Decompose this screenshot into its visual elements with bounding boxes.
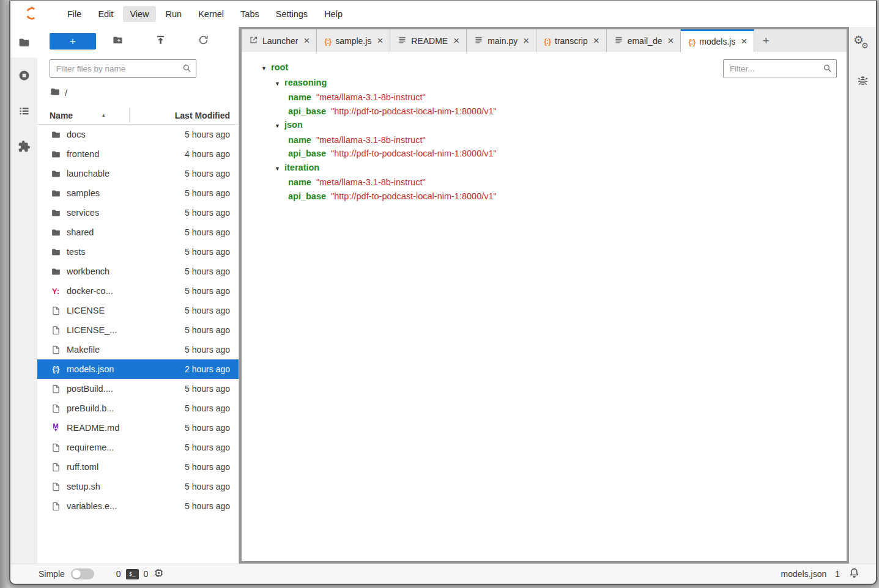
- tab-label: transcrip: [555, 36, 588, 46]
- file-row-shared[interactable]: shared5 hours ago: [37, 222, 239, 242]
- markdown-icon: M▼: [50, 424, 62, 432]
- json-tree-row: api_base"http://pdf-to-podcast-local-nim…: [261, 105, 847, 119]
- json-key: name: [288, 133, 311, 147]
- new-folder-icon: [112, 34, 124, 48]
- tab-label: models.js: [699, 37, 735, 46]
- tab-readme[interactable]: README×: [390, 29, 467, 52]
- simple-mode-toggle[interactable]: [71, 568, 94, 579]
- sidebar-tab-gears-icon[interactable]: ⚙⚙: [849, 27, 876, 62]
- file-icon: [50, 403, 62, 414]
- menu-item-run[interactable]: Run: [159, 6, 189, 22]
- tab-launcher[interactable]: Launcher×: [242, 29, 317, 52]
- new-launcher-button[interactable]: +: [50, 33, 96, 50]
- main-area: + / Name ▲ Last Modified docs5 hours ago…: [10, 27, 876, 564]
- file-icon: [50, 443, 62, 453]
- file-row-docs[interactable]: docs5 hours ago: [37, 125, 239, 144]
- tab-email-de[interactable]: email_de×: [607, 29, 681, 52]
- file-icon: [50, 345, 62, 355]
- chevron-down-icon[interactable]: ▼: [261, 62, 271, 76]
- json-filter-input[interactable]: [723, 59, 837, 78]
- sidebar-tab-folder-icon[interactable]: [10, 27, 37, 57]
- json-value: "http://pdf-to-podcast-local-nim-1:8000/…: [331, 105, 497, 119]
- file-row-ruff.toml[interactable]: ruff.toml5 hours ago: [37, 457, 239, 477]
- close-icon[interactable]: ×: [452, 37, 461, 45]
- file-row-preBuild.b...[interactable]: preBuild.b...5 hours ago: [37, 399, 239, 418]
- json-tree-row[interactable]: ▼json: [261, 118, 847, 133]
- sidebar-tab-toc-icon[interactable]: [10, 93, 37, 128]
- menu-item-tabs[interactable]: Tabs: [234, 6, 266, 22]
- sessions-status[interactable]: 0 $_ 0: [116, 567, 165, 581]
- file-filter-input[interactable]: [50, 59, 196, 78]
- close-icon[interactable]: ×: [666, 37, 675, 45]
- breadcrumb-root[interactable]: /: [65, 87, 67, 98]
- new-folder-button[interactable]: [96, 34, 139, 48]
- chevron-down-icon[interactable]: ▼: [275, 162, 284, 176]
- sidebar-tab-extension-icon[interactable]: [10, 128, 37, 164]
- file-name: shared: [67, 227, 94, 237]
- breadcrumb[interactable]: /: [37, 80, 239, 104]
- terminals-count: 0: [116, 569, 121, 579]
- upload-button[interactable]: [139, 34, 182, 48]
- bell-icon[interactable]: [848, 567, 860, 581]
- file-row-docker-co...[interactable]: Y:docker-co...5 hours ago: [37, 281, 239, 301]
- file-browser-toolbar: +: [37, 27, 239, 53]
- file-row-LICENSE_...[interactable]: LICENSE_...5 hours ago: [37, 320, 239, 340]
- menu-item-file[interactable]: File: [61, 6, 88, 22]
- close-icon[interactable]: ×: [592, 37, 601, 45]
- tab-models-js[interactable]: {:}models.js×: [681, 29, 754, 52]
- file-row-samples[interactable]: samples5 hours ago: [37, 183, 239, 203]
- file-row-postBuild....[interactable]: postBuild....5 hours ago: [37, 379, 239, 399]
- file-modified: 5 hours ago: [185, 130, 239, 139]
- json-key: iteration: [284, 161, 319, 175]
- folder-icon: [50, 227, 62, 238]
- status-bar: Simple 0 $_ 0 models.json 1: [10, 564, 876, 584]
- launcher-icon: [249, 35, 258, 46]
- chevron-down-icon[interactable]: ▼: [275, 77, 284, 91]
- json-viewer: ▼root▼reasoningname"meta/llama-3.1-8b-in…: [242, 52, 847, 561]
- file-row-models.json[interactable]: {:}models.json2 hours ago: [37, 359, 239, 379]
- refresh-icon: [198, 34, 209, 48]
- refresh-button[interactable]: [182, 34, 225, 48]
- column-header-name[interactable]: Name: [37, 111, 73, 120]
- json-tree-row: name"meta/llama-3.1-8b-instruct": [261, 133, 847, 147]
- menu-item-help[interactable]: Help: [317, 6, 349, 22]
- text-icon: [614, 35, 623, 46]
- sidebar-tab-running-icon[interactable]: [10, 57, 37, 93]
- menu-item-edit[interactable]: Edit: [91, 6, 120, 22]
- file-row-README.md[interactable]: M▼README.md5 hours ago: [37, 418, 239, 438]
- add-tab-button[interactable]: +: [754, 29, 777, 52]
- file-row-services[interactable]: services5 hours ago: [37, 203, 239, 222]
- file-icon: [50, 482, 62, 492]
- close-icon[interactable]: ×: [522, 37, 530, 45]
- file-row-requireme...[interactable]: requireme...5 hours ago: [37, 438, 239, 457]
- folder-icon: [50, 266, 62, 277]
- close-icon[interactable]: ×: [376, 37, 384, 45]
- sidebar-tab-bug-icon[interactable]: [849, 62, 876, 98]
- json-tree-row[interactable]: ▼iteration: [261, 161, 847, 176]
- column-header-modified[interactable]: Last Modified: [175, 111, 239, 120]
- menu-item-kernel[interactable]: Kernel: [191, 6, 231, 22]
- file-modified: 5 hours ago: [185, 306, 239, 315]
- file-row-setup.sh[interactable]: setup.sh5 hours ago: [37, 477, 239, 496]
- file-row-LICENSE[interactable]: LICENSE5 hours ago: [37, 301, 239, 320]
- menu-item-settings[interactable]: Settings: [269, 6, 314, 22]
- file-icon: [50, 306, 62, 316]
- json-key: name: [288, 90, 311, 105]
- close-icon[interactable]: ×: [302, 37, 311, 45]
- tab-main-py[interactable]: main.py×: [467, 29, 536, 52]
- file-row-workbench[interactable]: workbench5 hours ago: [37, 262, 239, 281]
- file-modified: 5 hours ago: [185, 482, 239, 491]
- file-name: ruff.toml: [67, 462, 98, 472]
- close-icon[interactable]: ×: [740, 37, 748, 46]
- tab-transcrip[interactable]: {:}transcrip×: [536, 29, 607, 52]
- search-icon: [822, 63, 833, 76]
- file-row-tests[interactable]: tests5 hours ago: [37, 242, 239, 262]
- file-row-variables.e...[interactable]: variables.e...5 hours ago: [37, 496, 239, 516]
- chevron-down-icon[interactable]: ▼: [275, 119, 284, 133]
- menu-item-view[interactable]: View: [123, 6, 155, 22]
- file-row-launchable[interactable]: launchable5 hours ago: [37, 164, 239, 183]
- file-name: postBuild....: [67, 384, 113, 394]
- tab-sample-js[interactable]: {:}sample.js×: [317, 29, 390, 52]
- file-row-Makefile[interactable]: Makefile5 hours ago: [37, 340, 239, 359]
- file-row-frontend[interactable]: frontend4 hours ago: [37, 144, 239, 164]
